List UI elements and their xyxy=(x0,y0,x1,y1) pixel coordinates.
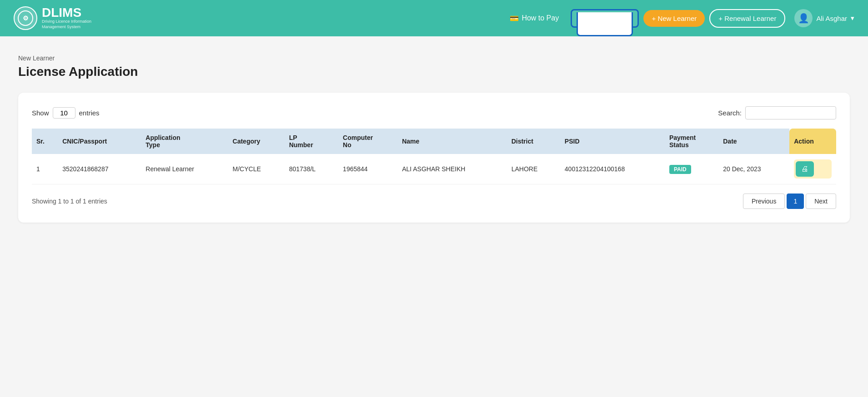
next-button[interactable]: Next xyxy=(806,194,836,209)
col-cnic: CNIC/Passport xyxy=(58,129,141,154)
search-input[interactable] xyxy=(745,106,836,119)
cell-computer-no: 1965844 xyxy=(338,154,397,184)
table-header-row: Sr. CNIC/Passport ApplicationType Catego… xyxy=(32,129,836,154)
show-entries-input[interactable] xyxy=(53,107,75,119)
col-app-type: ApplicationType xyxy=(141,129,228,154)
pagination-info: Showing 1 to 1 of 1 entries xyxy=(32,198,107,205)
cell-category: M/CYCLE xyxy=(228,154,285,184)
table-controls: Show entries Search: xyxy=(32,106,836,119)
data-table: Sr. CNIC/Passport ApplicationType Catego… xyxy=(32,129,836,184)
logo-icon: ⚙ xyxy=(14,6,37,30)
show-entries-control: Show entries xyxy=(32,107,100,119)
col-sr: Sr. xyxy=(32,129,58,154)
avatar: 👤 xyxy=(794,9,813,27)
logo-title: DLIMS xyxy=(42,6,91,19)
user-menu[interactable]: 👤 Ali Asghar ▾ xyxy=(794,9,854,27)
page-1-button[interactable]: 1 xyxy=(787,194,804,209)
cell-sr: 1 xyxy=(32,154,58,184)
main-content: New Learner License Application Show ent… xyxy=(0,36,868,241)
print-button[interactable]: 🖨 xyxy=(796,161,814,177)
cell-payment-status: PAID xyxy=(665,154,718,184)
credit-card-icon: 💳 xyxy=(510,14,519,23)
applications-icon: 📋 xyxy=(579,14,588,23)
logo-text: DLIMS Driving Licence Information Manage… xyxy=(42,6,91,30)
col-psid: PSID xyxy=(560,129,665,154)
col-lp-number: LPNumber xyxy=(285,129,338,154)
col-district: District xyxy=(507,129,560,154)
col-computer-no: ComputerNo xyxy=(338,129,397,154)
col-name: Name xyxy=(397,129,507,154)
cell-cnic: 3520241868287 xyxy=(58,154,141,184)
main-nav: 💳 How to Pay 📋 Applications + New Learne… xyxy=(502,9,854,28)
cell-app-type: Renewal Learner xyxy=(141,154,228,184)
page-title: License Application xyxy=(18,65,850,79)
logo-subtitle: Driving Licence Information Management S… xyxy=(42,19,91,30)
pagination-area: Showing 1 to 1 of 1 entries Previous 1 N… xyxy=(32,194,836,209)
cell-district: LAHORE xyxy=(507,154,560,184)
previous-button[interactable]: Previous xyxy=(743,194,785,209)
new-learner-button[interactable]: + New Learner xyxy=(643,10,705,27)
header: ⚙ DLIMS Driving Licence Information Mana… xyxy=(0,0,868,36)
svg-text:⚙: ⚙ xyxy=(23,15,29,22)
cell-name: ALI ASGHAR SHEIKH xyxy=(397,154,507,184)
pagination-buttons: Previous 1 Next xyxy=(743,194,836,209)
cell-psid: 40012312204100168 xyxy=(560,154,665,184)
how-to-pay-link[interactable]: 💳 How to Pay xyxy=(502,10,566,26)
logo-area: ⚙ DLIMS Driving Licence Information Mana… xyxy=(14,6,91,30)
table-row: 1 3520241868287 Renewal Learner M/CYCLE … xyxy=(32,154,836,184)
search-area: Search: xyxy=(718,106,836,119)
col-category: Category xyxy=(228,129,285,154)
cell-action: 🖨 xyxy=(789,154,836,184)
cell-lp-number: 801738/L xyxy=(285,154,338,184)
cell-date: 20 Dec, 2023 xyxy=(718,154,789,184)
table-container: Show entries Search: Sr. CNIC/Passport A… xyxy=(18,93,850,223)
col-payment-status: PaymentStatus xyxy=(665,129,718,154)
renewal-learner-button[interactable]: + Renewal Learner xyxy=(709,9,785,28)
breadcrumb: New Learner xyxy=(18,55,850,62)
col-date: Date xyxy=(718,129,789,154)
applications-link[interactable]: 📋 Applications xyxy=(571,9,639,28)
col-action: Action xyxy=(789,129,836,154)
